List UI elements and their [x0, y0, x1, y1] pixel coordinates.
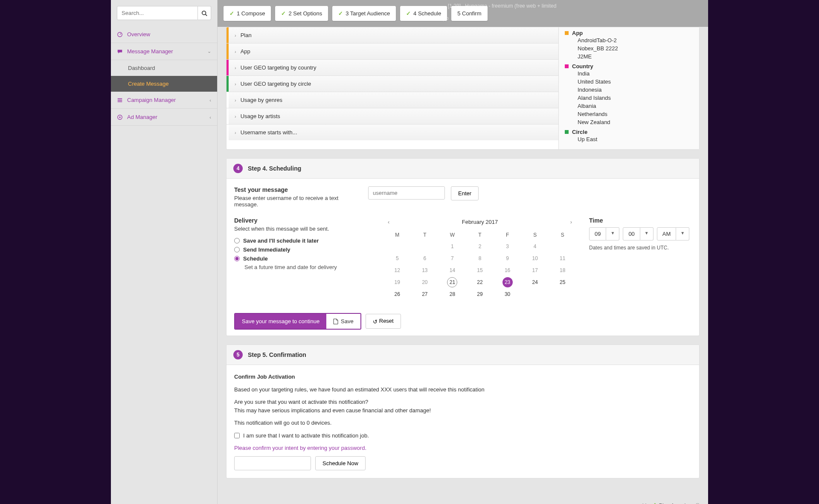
step-label: 2 Set Options	[288, 10, 322, 17]
svg-rect-5	[118, 100, 122, 101]
cal-day[interactable]: 23	[502, 277, 513, 287]
step-confirm[interactable]: 5 Confirm	[451, 6, 487, 21]
chevron-right-icon: ›	[235, 65, 236, 70]
accordion-geo_circle[interactable]: ›User GEO targeting by circle	[227, 75, 558, 92]
step-target-audience[interactable]: ✓3 Target Audience	[332, 6, 396, 21]
timezone-note: Dates and times are saved in UTC.	[589, 245, 691, 251]
brand-text: Play Anywhere	[659, 502, 695, 504]
cal-day[interactable]: 29	[466, 289, 494, 299]
delivery-label: Delivery	[234, 217, 371, 224]
targeting-panel: ›Plan›App›User GEO targeting by country›…	[226, 27, 700, 150]
save-button[interactable]: Save	[326, 314, 360, 329]
search-input[interactable]	[117, 6, 198, 20]
cal-day[interactable]: 24	[521, 277, 549, 287]
radio-label: Schedule	[243, 255, 268, 262]
cal-day	[383, 241, 411, 252]
step-schedule[interactable]: ✓4 Schedule	[400, 6, 447, 21]
nav-ad-manager[interactable]: Ad Manager ‹	[111, 109, 217, 126]
radio-schedule[interactable]: Schedule	[234, 254, 371, 263]
cal-day[interactable]: 22	[466, 277, 494, 287]
ampm-dropdown[interactable]: AM▼	[657, 227, 689, 240]
sidebar: Overview Message Manager ⌄ Dashboard Cre…	[111, 0, 218, 504]
cal-day[interactable]: 18	[549, 265, 576, 275]
enter-button[interactable]: Enter	[451, 186, 479, 200]
username-input[interactable]	[368, 186, 445, 200]
confirm-checkbox[interactable]	[234, 433, 240, 438]
nav-message-manager[interactable]: Message Manager ⌄	[111, 43, 217, 60]
nav-sub-dashboard[interactable]: Dashboard	[111, 60, 217, 76]
accordion-geo_country[interactable]: ›User GEO targeting by country	[227, 59, 558, 75]
cal-month-label: February 2017	[462, 219, 498, 225]
summary-group-label: Circle	[572, 129, 587, 135]
accordion-plan[interactable]: ›Plan	[227, 27, 558, 43]
minute-dropdown[interactable]: 00▼	[623, 227, 653, 240]
check-icon: ✓	[229, 10, 234, 17]
hour-dropdown[interactable]: 09▼	[589, 227, 619, 240]
targeting-summary[interactable]: AppAndroidTab-O-2Nobex_BB 2222J2MECountr…	[558, 27, 699, 149]
test-message-help: Please enter username of to receive a te…	[234, 195, 362, 208]
cal-day[interactable]: 1	[439, 241, 466, 252]
nav-overview[interactable]: Overview	[111, 26, 217, 43]
summary-item: Nobex_BB 2222	[565, 44, 693, 52]
step-label: 1 Compose	[237, 10, 265, 17]
radio-send-immediately[interactable]: Send Immediately	[234, 245, 371, 254]
nav-campaign-manager[interactable]: Campaign Manager ‹	[111, 92, 217, 109]
step-compose[interactable]: ✓1 Compose	[224, 6, 271, 21]
cal-day[interactable]: 8	[466, 253, 494, 264]
schedule-desc: Set a future time and date for delivery	[244, 264, 371, 270]
undo-icon: ↺	[373, 319, 378, 325]
cal-day[interactable]: 6	[411, 253, 439, 264]
nav-label: Message Manager	[127, 48, 173, 55]
chevron-right-icon: ›	[235, 130, 236, 135]
step-set-options[interactable]: ✓2 Set Options	[275, 6, 328, 21]
cal-day[interactable]: 21	[447, 277, 457, 287]
cal-day[interactable]: 5	[383, 253, 411, 264]
test-message-label: Test your message	[234, 186, 362, 193]
cal-day[interactable]: 13	[411, 265, 439, 275]
step-label: 3 Target Audience	[346, 10, 390, 17]
summary-group-country_head: Country	[565, 63, 693, 70]
cal-day[interactable]: 25	[549, 277, 576, 287]
cal-day[interactable]: 11	[549, 253, 576, 264]
confirm-checkbox-label: I am sure that I want to activate this n…	[243, 432, 369, 439]
reset-button[interactable]: ↺Reset	[366, 314, 401, 328]
nav-sub-create-message[interactable]: Create Message	[111, 76, 217, 92]
search-button[interactable]	[198, 6, 211, 20]
cal-prev[interactable]: ‹	[386, 217, 391, 227]
cal-day[interactable]: 7	[439, 253, 466, 264]
color-square-icon	[565, 64, 569, 68]
confirm-text: Based on your targeting rules, we have f…	[234, 385, 691, 394]
cal-day[interactable]: 17	[521, 265, 549, 275]
check-icon: ✓	[281, 10, 286, 17]
cal-day[interactable]: 3	[494, 241, 521, 252]
cal-day[interactable]: 28	[439, 289, 466, 299]
cal-next[interactable]: ›	[569, 217, 574, 227]
cal-day[interactable]: 26	[383, 289, 411, 299]
cal-day[interactable]: 2	[466, 241, 494, 252]
accordion-artists[interactable]: ›Usage by artists	[227, 108, 558, 124]
cal-dow: W	[439, 230, 466, 240]
cal-day[interactable]: 19	[383, 277, 411, 287]
cal-day[interactable]: 4	[521, 241, 549, 252]
password-input[interactable]	[234, 456, 311, 470]
schedule-now-button[interactable]: Schedule Now	[315, 456, 366, 470]
accordion-username[interactable]: ›Username starts with...	[227, 124, 558, 140]
accordion-app[interactable]: ›App	[227, 43, 558, 59]
cal-day[interactable]: 27	[411, 289, 439, 299]
cal-day[interactable]: 9	[494, 253, 521, 264]
accordion-genres[interactable]: ›Usage by genres	[227, 92, 558, 108]
accordion-label: Usage by genres	[241, 97, 282, 103]
radio-label: Save and I'll schedule it later	[243, 238, 319, 244]
time-label: Time	[589, 217, 691, 224]
cal-day[interactable]: 12	[383, 265, 411, 275]
cal-day[interactable]: 20	[411, 277, 439, 287]
radio-save-later[interactable]: Save and I'll schedule it later	[234, 236, 371, 245]
cal-day[interactable]: 16	[494, 265, 521, 275]
cal-day[interactable]: 14	[439, 265, 466, 275]
confirm-checkbox-row[interactable]: I am sure that I want to activate this n…	[234, 432, 691, 439]
play-anywhere-icon: ✱	[653, 502, 659, 504]
cal-day[interactable]: 15	[466, 265, 494, 275]
cal-day[interactable]: 30	[494, 289, 521, 299]
cal-day[interactable]: 10	[521, 253, 549, 264]
confirm-text: Are you sure that you want ot activate t…	[234, 398, 691, 414]
